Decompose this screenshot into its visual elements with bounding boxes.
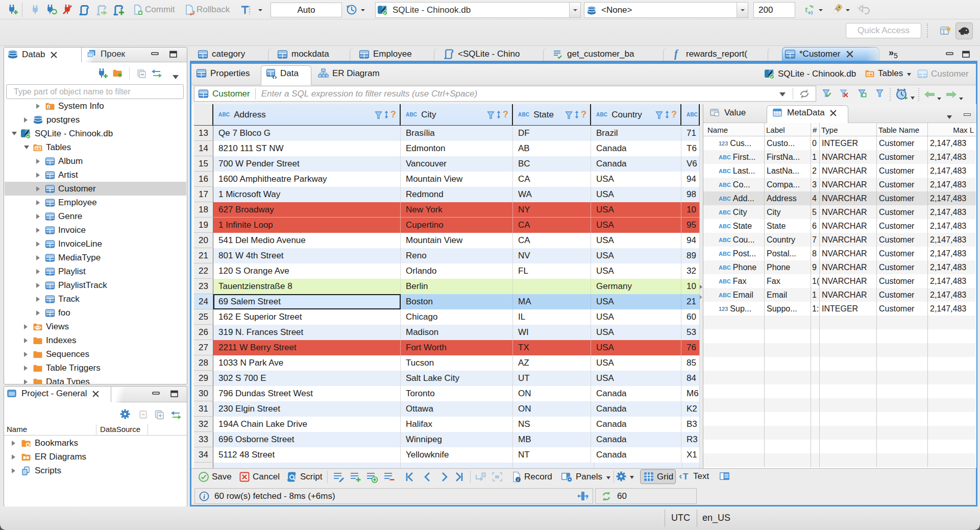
svg-text:i: i <box>203 493 205 500</box>
svg-text:f: f <box>674 48 679 60</box>
svg-text:T: T <box>683 472 689 481</box>
svg-text:i: i <box>48 104 49 109</box>
